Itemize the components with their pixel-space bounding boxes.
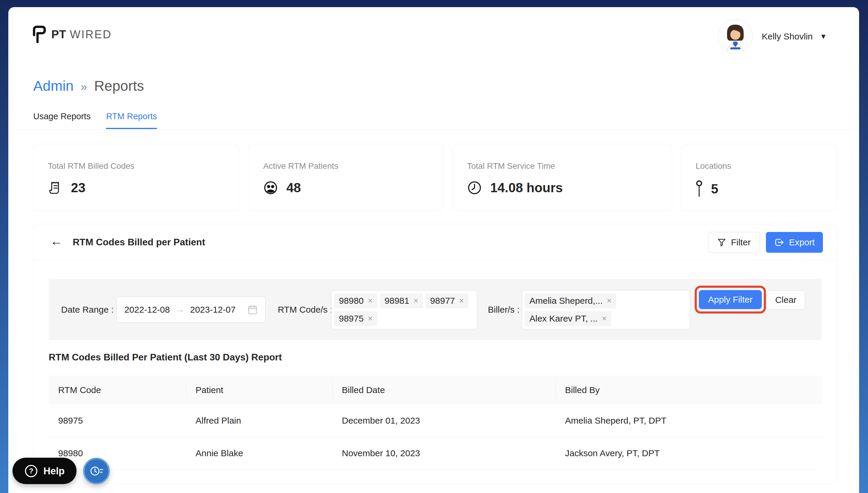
user-name[interactable]: Kelly Shovlin	[762, 31, 813, 42]
chip-remove-icon[interactable]: ×	[459, 296, 464, 305]
user-menu[interactable]: Kelly Shovlin ▼	[718, 19, 827, 54]
stat-label: Locations	[696, 162, 731, 171]
billers-label: Biller/s :	[488, 279, 520, 340]
apply-filter-button[interactable]: Apply Filter	[699, 290, 762, 309]
clock-history-icon	[89, 465, 104, 477]
breadcrumb-separator: »	[81, 81, 87, 93]
rtm-code-chip: 98977×	[426, 293, 469, 308]
stat-value: 14.08 hours	[490, 180, 563, 195]
cell-rtm-code: 98975	[49, 404, 186, 437]
rtm-code-chip: 98975×	[335, 311, 377, 326]
date-start-value[interactable]: 2022-12-08	[124, 305, 170, 315]
patients-icon	[263, 180, 278, 195]
brand-logo: PT WIRED	[30, 24, 112, 45]
stat-card-locations: Locations 5	[681, 144, 837, 211]
rtm-code-chip: 98980×	[335, 293, 377, 308]
stat-value: 48	[287, 180, 301, 195]
table-header-row: RTM Code Patient Billed Date Billed By	[49, 376, 822, 404]
export-icon	[774, 238, 784, 247]
column-divider	[555, 382, 556, 399]
app-window: PT WIRED Kelly Shovlin ▼ Admin » Re	[8, 7, 859, 493]
chip-remove-icon[interactable]: ×	[607, 296, 612, 305]
stat-label: Total RTM Billed Codes	[48, 162, 134, 171]
chip-label: 98977	[430, 296, 455, 306]
rtm-codes-label: RTM Code/s :	[278, 279, 333, 340]
cell-billed-date: December 01, 2023	[332, 404, 555, 437]
filter-panel: Date Range : 2022-12-08 → 2023-12-07 RTM…	[49, 279, 822, 340]
rtm-code-chip: 98981×	[380, 293, 423, 308]
chip-remove-icon[interactable]: ×	[368, 296, 373, 305]
breadcrumb-admin-link[interactable]: Admin	[33, 78, 73, 94]
calendar-icon[interactable]	[248, 304, 258, 315]
cell-billed-by: Amelia Sheperd, PT, DPT	[555, 404, 822, 437]
chip-label: 98975	[339, 314, 363, 324]
question-mark-icon: ?	[24, 464, 38, 478]
help-button-label: Help	[43, 466, 65, 477]
back-arrow-icon[interactable]: ←	[50, 235, 63, 248]
chip-remove-icon[interactable]: ×	[368, 314, 373, 323]
cell-patient: Alfred Plain	[186, 404, 332, 437]
table-title: RTM Codes Billed Per Patient (Last 30 Da…	[49, 352, 282, 363]
location-pin-icon	[696, 180, 703, 197]
clear-button[interactable]: Clear	[766, 291, 805, 309]
brand-name-secondary: WIRED	[70, 28, 112, 41]
chip-label: 98981	[385, 296, 409, 306]
export-button[interactable]: Export	[766, 232, 823, 253]
stat-label: Total RTM Service Time	[467, 162, 555, 171]
stat-card-total-rtm-billed-codes: Total RTM Billed Codes 23	[33, 144, 239, 211]
chip-label: Amelia Sheperd,...	[529, 296, 603, 306]
tab-rtm-reports[interactable]: RTM Reports	[106, 111, 157, 129]
range-arrow-icon: →	[176, 305, 184, 315]
cell-billed-date: November 10, 2023	[332, 437, 555, 470]
report-tabs: Usage Reports RTM Reports	[33, 111, 157, 129]
column-header-billed-date: Billed Date	[332, 376, 555, 404]
date-range-label: Date Range :	[61, 279, 114, 340]
biller-chip: Alex Karev PT, ...×	[525, 311, 611, 326]
time-tracking-fab[interactable]	[83, 458, 110, 485]
cell-billed-by: Jackson Avery, PT, DPT	[555, 437, 822, 470]
breadcrumb: Admin » Reports	[33, 78, 144, 94]
report-card: ← RTM Codes Billed per Patient Filter	[33, 224, 837, 484]
biller-chip: Amelia Sheperd,...×	[525, 293, 616, 308]
tab-usage-reports[interactable]: Usage Reports	[33, 111, 90, 129]
chip-remove-icon[interactable]: ×	[602, 314, 607, 323]
table-row[interactable]: 98975 Alfred Plain December 01, 2023 Ame…	[49, 404, 822, 437]
chip-label: Alex Karev PT, ...	[529, 314, 598, 324]
export-button-label: Export	[789, 237, 815, 248]
date-end-value[interactable]: 2023-12-07	[190, 305, 235, 315]
stat-label: Active RTM Patients	[263, 162, 338, 171]
report-title: RTM Codes Billed per Patient	[73, 237, 205, 248]
column-header-rtm-code: RTM Code	[49, 376, 186, 404]
clock-icon	[467, 180, 482, 195]
funnel-icon	[717, 238, 726, 247]
chip-label: 98980	[339, 296, 363, 306]
receipt-icon	[48, 180, 63, 195]
brand-name-primary: PT	[51, 28, 66, 41]
report-header: ← RTM Codes Billed per Patient Filter	[34, 224, 837, 260]
cell-patient: Annie Blake	[186, 437, 332, 470]
column-header-patient: Patient	[186, 376, 332, 404]
date-range-input[interactable]: 2022-12-08 → 2023-12-07	[116, 297, 266, 323]
brand-name: PT WIRED	[51, 28, 112, 41]
page-title: Reports	[94, 78, 144, 94]
table-row[interactable]: 98980 Annie Blake November 10, 2023 Jack…	[49, 437, 822, 470]
column-divider	[186, 382, 186, 399]
stat-value: 23	[71, 180, 85, 195]
apply-filter-highlight-ring: Apply Filter	[695, 286, 766, 314]
chevron-down-icon[interactable]: ▼	[820, 32, 827, 41]
chip-remove-icon[interactable]: ×	[414, 296, 418, 305]
filter-button-label: Filter	[731, 237, 751, 248]
stat-card-active-rtm-patients: Active RTM Patients 48	[249, 144, 443, 211]
column-divider	[332, 382, 333, 399]
stat-value: 5	[711, 181, 718, 196]
help-button[interactable]: ? Help	[13, 458, 77, 484]
rtm-codes-multiselect[interactable]: 98980× 98981× 98977× 98975×	[331, 290, 477, 329]
svg-text:?: ?	[29, 467, 34, 475]
pt-wired-logo-icon	[30, 24, 47, 45]
user-avatar[interactable]	[718, 19, 753, 54]
tabs-divider	[8, 129, 859, 130]
stat-card-total-rtm-service-time: Total RTM Service Time 14.08 hours	[452, 144, 672, 211]
column-header-billed-by: Billed By	[555, 376, 822, 404]
billers-multiselect[interactable]: Amelia Sheperd,...× Alex Karev PT, ...×	[522, 290, 690, 329]
filter-button[interactable]: Filter	[708, 232, 760, 253]
